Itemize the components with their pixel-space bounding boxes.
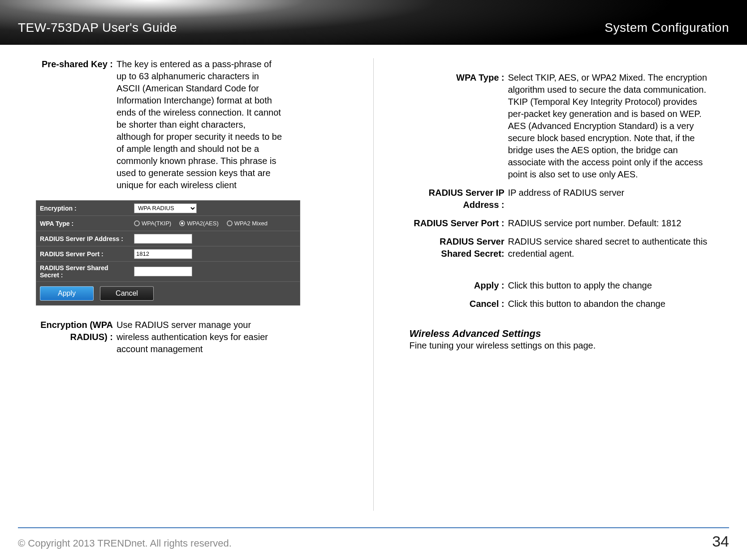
wpa-radio-group: WPA(TKIP) WPA2(AES) WPA2 Mixed — [134, 220, 268, 227]
def-apply: Apply : Click this button to apply the c… — [410, 280, 712, 292]
panel-label-wpatype: WPA Type : — [36, 217, 130, 230]
row-encryption: Encryption : WPA RADIUS — [36, 201, 300, 216]
radius-port-input[interactable] — [134, 249, 192, 259]
row-radius-ip: RADIUS Server IP Address : — [36, 231, 300, 246]
right-column: WPA Type : Select TKIP, AES, or WPA2 Mix… — [374, 58, 730, 511]
apply-button[interactable]: Apply — [40, 286, 94, 301]
def-value: Click this button to apply the change — [508, 280, 712, 292]
cancel-button[interactable]: Cancel — [100, 286, 154, 301]
header-left: TEW-753DAP User's Guide — [18, 21, 177, 35]
def-label: Pre-shared Key : — [36, 58, 117, 191]
def-radius-secret: RADIUS Server Shared Secret: RADIUS serv… — [410, 236, 712, 260]
encryption-select[interactable]: WPA RADIUS — [134, 203, 197, 213]
radius-secret-input[interactable] — [134, 267, 192, 276]
row-wpatype: WPA Type : WPA(TKIP) WPA2(AES) WPA2 Mixe… — [36, 216, 300, 231]
footer: © Copyright 2013 TRENDnet. All rights re… — [18, 527, 729, 550]
def-label: Apply : — [410, 280, 508, 292]
radio-wpa2-aes[interactable]: WPA2(AES) — [179, 220, 219, 227]
def-presharedkey: Pre-shared Key : The key is entered as a… — [36, 58, 346, 191]
def-value: The key is entered as a pass-phrase of u… — [117, 58, 282, 191]
def-value: IP address of RADIUS server — [508, 187, 712, 211]
radius-ip-input[interactable] — [134, 234, 192, 244]
def-encryption-radius: Encryption (WPA RADIUS) : Use RADIUS ser… — [36, 319, 346, 355]
page-number: 34 — [712, 533, 729, 550]
left-column: Pre-shared Key : The key is entered as a… — [18, 58, 374, 511]
def-label: RADIUS Server IP Address : — [410, 187, 508, 211]
section-sub-advanced: Fine tuning your wireless settings on th… — [410, 340, 712, 351]
def-label: Encryption (WPA RADIUS) : — [36, 319, 117, 355]
def-label: Cancel : — [410, 298, 508, 310]
def-wpatype: WPA Type : Select TKIP, AES, or WPA2 Mix… — [410, 72, 712, 181]
panel-label-secret: RADIUS Server Shared Secret : — [36, 262, 130, 281]
row-radius-secret: RADIUS Server Shared Secret : — [36, 262, 300, 282]
def-value: RADIUS service port number. Default: 181… — [508, 217, 712, 229]
row-radius-port: RADIUS Server Port : — [36, 246, 300, 262]
router-panel: Encryption : WPA RADIUS WPA Type : WPA(T… — [36, 200, 300, 306]
def-radius-ip: RADIUS Server IP Address : IP address of… — [410, 187, 712, 211]
def-label: WPA Type : — [410, 72, 508, 181]
def-radius-port: RADIUS Server Port : RADIUS service port… — [410, 217, 712, 229]
def-cancel: Cancel : Click this button to abandon th… — [410, 298, 712, 310]
copyright: © Copyright 2013 TRENDnet. All rights re… — [18, 538, 232, 549]
radio-wpa2-mixed[interactable]: WPA2 Mixed — [227, 220, 268, 227]
header-right: System Configuration — [605, 21, 729, 35]
def-value: Use RADIUS server manage your wireless a… — [117, 319, 282, 355]
def-label: RADIUS Server Port : — [410, 217, 508, 229]
section-title-advanced: Wireless Advanced Settings — [410, 328, 712, 340]
def-value: Select TKIP, AES, or WPA2 Mixed. The enc… — [508, 72, 712, 181]
page-header: TEW-753DAP User's Guide System Configura… — [0, 0, 747, 45]
panel-button-row: Apply Cancel — [36, 282, 300, 305]
def-label: RADIUS Server Shared Secret: — [410, 236, 508, 260]
panel-label-ip: RADIUS Server IP Address : — [36, 233, 130, 245]
def-value: RADIUS service shared secret to authenti… — [508, 236, 712, 260]
panel-label-encryption: Encryption : — [36, 202, 130, 215]
radio-wpa-tkip[interactable]: WPA(TKIP) — [134, 220, 171, 227]
panel-label-port: RADIUS Server Port : — [36, 248, 130, 260]
content: Pre-shared Key : The key is entered as a… — [0, 45, 747, 511]
def-value: Click this button to abandon the change — [508, 298, 712, 310]
